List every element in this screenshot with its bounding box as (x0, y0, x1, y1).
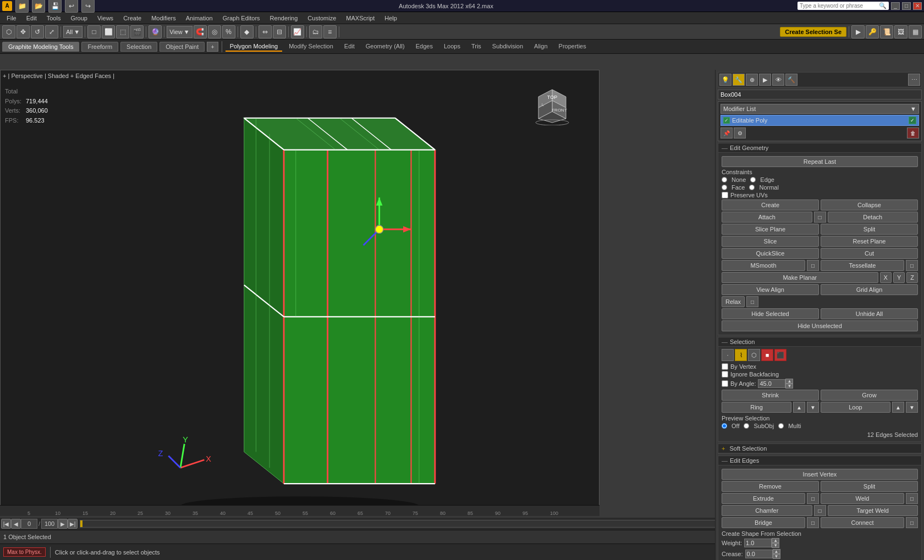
scale-btn[interactable]: ⤢ (45, 25, 58, 38)
menu-modifiers[interactable]: Modifiers (147, 14, 180, 23)
render-setup-btn[interactable]: 🎬 (130, 25, 144, 38)
current-frame[interactable]: 0 (21, 519, 37, 529)
loop-spin-up[interactable]: ▲ (892, 402, 904, 413)
bridge-settings-btn[interactable]: □ (807, 517, 819, 528)
target-weld-btn[interactable]: Target Weld (828, 505, 919, 516)
open-btn[interactable]: 📂 (32, 0, 45, 13)
ribbon-loops[interactable]: Loops (439, 42, 465, 52)
rotate-btn[interactable]: ↺ (31, 25, 44, 38)
attach-settings-btn[interactable]: □ (814, 212, 826, 223)
ring-spin-up[interactable]: ▲ (793, 402, 805, 413)
preview-multi-radio[interactable] (778, 423, 784, 429)
modifier-list-dropdown[interactable]: Modifier List ▼ (721, 104, 919, 114)
keys-btn[interactable]: 🔑 (866, 25, 879, 38)
bridge-btn[interactable]: Bridge (722, 517, 805, 528)
unhide-all-btn[interactable]: Unhide All (821, 308, 918, 319)
view-dropdown[interactable]: View ▼ (167, 26, 193, 38)
ribbon-modify-selection[interactable]: Modify Selection (284, 42, 338, 52)
ribbon-subdivision[interactable]: Subdivision (488, 42, 527, 52)
ribbon-btn[interactable]: ≡ (323, 25, 337, 38)
align-btn[interactable]: ⊟ (273, 25, 286, 38)
selection-header[interactable]: — Selection (718, 337, 921, 347)
relax-settings-btn[interactable]: □ (746, 296, 758, 307)
constraint-edge-radio[interactable] (750, 177, 756, 182)
collapse-btn[interactable]: Collapse (821, 199, 918, 210)
tessellate-btn[interactable]: Tessellate (821, 260, 904, 271)
ribbon-align[interactable]: Align (530, 42, 552, 52)
extrude-btn[interactable]: Extrude (722, 493, 805, 504)
ribbon-geometry-all[interactable]: Geometry (All) (361, 42, 409, 52)
repeat-last-btn[interactable]: Repeat Last (722, 156, 918, 167)
split-btn[interactable]: Split (821, 224, 918, 235)
ribbon-polygon-modeling[interactable]: Polygon Modeling (226, 42, 282, 52)
crease-up[interactable]: ▲ (773, 549, 780, 554)
connect-btn[interactable]: Connect (821, 517, 904, 528)
next-frame-btn[interactable]: ▶| (68, 519, 78, 529)
grid-align-btn[interactable]: Grid Align (821, 284, 918, 295)
remove-btn[interactable]: Remove (722, 481, 819, 492)
ee-split-btn[interactable]: Split (821, 481, 918, 492)
render-btn[interactable]: 🖼 (894, 25, 908, 38)
constraint-normal-radio[interactable] (749, 185, 755, 190)
preview-off-radio[interactable] (722, 423, 727, 429)
msmooth-btn[interactable]: MSmooth (722, 260, 805, 271)
play-btn[interactable]: ▶ (851, 25, 865, 38)
menu-file[interactable]: File (2, 14, 21, 23)
menu-group[interactable]: Group (66, 14, 92, 23)
menu-views[interactable]: Views (93, 14, 118, 23)
by-angle-up[interactable]: ▲ (785, 379, 793, 384)
ring-spin-dn[interactable]: ▼ (807, 402, 819, 413)
maximize-btn[interactable]: □ (902, 2, 911, 10)
tab-object-paint[interactable]: Object Paint (160, 42, 205, 52)
create-selection-btn[interactable]: Create Selection Se (780, 27, 846, 37)
soft-selection-header[interactable]: + Soft Selection (718, 444, 921, 453)
prev-frame-btn[interactable]: |◀ (1, 519, 11, 529)
wire-btn[interactable]: ⬚ (116, 25, 129, 38)
menu-maxscript[interactable]: MAXScript (342, 14, 379, 23)
angle-snap-btn[interactable]: ◎ (208, 25, 221, 38)
loop-spin-dn[interactable]: ▼ (906, 402, 918, 413)
detach-btn[interactable]: Detach (828, 212, 919, 223)
y-btn[interactable]: Y (893, 272, 905, 283)
rp-modify-icon[interactable]: 🔧 (733, 74, 745, 86)
save-btn[interactable]: 💾 (48, 0, 62, 13)
constraint-none-radio[interactable] (722, 177, 727, 182)
preview-subobj-radio[interactable] (744, 423, 749, 429)
redo-btn[interactable]: ↪ (81, 0, 95, 13)
ribbon-properties[interactable]: Properties (554, 42, 591, 52)
editable-poly-entry[interactable]: ✓ Editable Poly ✓ (721, 115, 919, 126)
rp-extra-icon[interactable]: ⋯ (908, 74, 920, 86)
minimize-btn[interactable]: _ (891, 2, 900, 10)
filter-dropdown[interactable]: All ▼ (63, 26, 82, 38)
move-btn[interactable]: ✥ (16, 25, 30, 38)
crease-down[interactable]: ▼ (773, 554, 780, 559)
rp-light-icon[interactable]: 💡 (719, 74, 732, 86)
edit-geometry-header[interactable]: — Edit Geometry (718, 143, 921, 153)
z-btn[interactable]: Z (906, 272, 918, 283)
ref-coord-btn[interactable]: ◆ (240, 25, 254, 38)
menu-create[interactable]: Create (119, 14, 146, 23)
ribbon-edit[interactable]: Edit (340, 42, 359, 52)
menu-edit[interactable]: Edit (22, 14, 41, 23)
weight-input[interactable] (744, 539, 772, 547)
weld-settings-btn[interactable]: □ (906, 493, 918, 504)
grow-btn[interactable]: Grow (821, 390, 918, 401)
object-name[interactable]: Box004 (718, 90, 922, 99)
hide-selected-btn[interactable]: Hide Selected (722, 308, 819, 319)
edge-icon[interactable]: ⌇ (735, 349, 747, 361)
tab-graphite-modeling[interactable]: Graphite Modeling Tools (2, 42, 79, 52)
weight-down[interactable]: ▼ (772, 543, 779, 548)
vertex-icon[interactable]: · (722, 349, 734, 361)
close-btn[interactable]: ✕ (913, 2, 922, 10)
menu-graph-editors[interactable]: Graph Editors (218, 14, 265, 23)
cut-btn[interactable]: Cut (821, 248, 918, 259)
menu-tools[interactable]: Tools (42, 14, 65, 23)
msmooth-settings-btn[interactable]: □ (807, 260, 819, 271)
constraint-face-radio[interactable] (722, 185, 727, 190)
snap-btn[interactable]: 🧲 (194, 25, 207, 38)
ring-btn[interactable]: Ring (722, 402, 791, 413)
insert-vertex-btn[interactable]: Insert Vertex (722, 469, 918, 480)
viewport[interactable]: + | Perspective | Shaded + Edged Faces |… (0, 70, 600, 516)
menu-animation[interactable]: Animation (182, 14, 217, 23)
search-input[interactable] (800, 3, 877, 9)
